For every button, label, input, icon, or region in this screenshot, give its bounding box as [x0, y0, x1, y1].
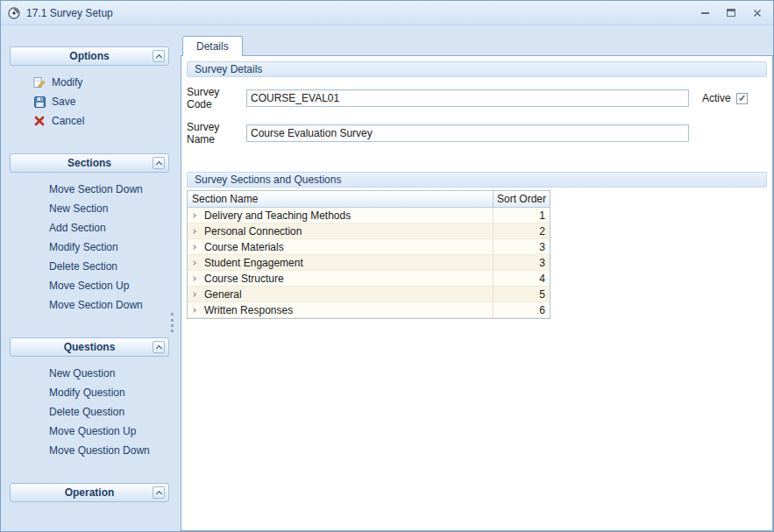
panel-sections: Sections Move Section Down New Section A… [10, 153, 169, 323]
collapse-sections-button[interactable] [153, 157, 165, 169]
panel-operation: Operation [10, 483, 169, 502]
table-row[interactable]: Delivery and Teaching Methods 1 [188, 208, 550, 223]
cancel-button[interactable]: Cancel [10, 111, 169, 131]
active-checkbox[interactable] [736, 93, 748, 104]
sections-questions-header: Survey Sections and Questions [187, 172, 767, 188]
table-row[interactable]: Written Responses 6 [188, 302, 550, 318]
sidebar-item-modify-section[interactable]: Modify Section [10, 238, 169, 257]
app-window: 17.1 Survey Setup Options [0, 0, 774, 532]
sidebar-item-move-question-down[interactable]: Move Question Down [10, 441, 169, 460]
sidebar-item-move-section-down[interactable]: Move Section Down [10, 180, 169, 199]
expand-icon[interactable] [192, 245, 204, 249]
sidebar-item-move-section-down-2[interactable]: Move Section Down [10, 295, 169, 315]
survey-code-label: Survey Code [187, 86, 246, 110]
section-name-cell: Course Materials [204, 241, 284, 253]
panel-operation-header[interactable]: Operation [10, 483, 169, 502]
survey-code-row: Survey Code Active [187, 86, 767, 110]
close-button[interactable] [749, 6, 766, 19]
section-name-cell: General [204, 288, 242, 301]
panel-options: Options Modify [10, 46, 169, 139]
check-icon [739, 94, 745, 100]
modify-label: Modify [52, 76, 82, 89]
minimize-button[interactable] [696, 6, 714, 19]
chevron-up-icon [155, 491, 161, 497]
panel-title: Options [69, 50, 109, 62]
sort-order-cell: 3 [494, 239, 550, 254]
survey-code-input[interactable] [246, 89, 689, 107]
table-row[interactable]: General 5 [188, 287, 550, 302]
close-icon [753, 9, 762, 18]
panel-options-header[interactable]: Options [10, 46, 169, 66]
chevron-up-icon [155, 345, 161, 351]
collapse-operation-button[interactable] [153, 486, 165, 499]
sort-order-cell: 4 [494, 271, 550, 286]
expand-icon[interactable] [192, 230, 204, 233]
sidebar-item-delete-section[interactable]: Delete Section [10, 257, 169, 276]
section-name-cell: Student Engagement [204, 257, 303, 269]
modify-button[interactable]: Modify [10, 73, 169, 92]
survey-name-row: Survey Name [187, 121, 767, 145]
survey-details-header: Survey Details [187, 61, 767, 77]
sidebar-item-move-section-up[interactable]: Move Section Up [10, 276, 169, 295]
sections-grid: Section Name Sort Order Delivery and Tea… [187, 190, 550, 319]
sort-order-cell: 6 [494, 302, 550, 317]
table-row[interactable]: Course Structure 4 [188, 271, 550, 287]
survey-name-input[interactable] [246, 124, 689, 142]
window-controls [687, 6, 766, 19]
sidebar-item-new-question[interactable]: New Question [10, 364, 169, 383]
window-body: Options Modify [1, 25, 773, 531]
cancel-icon [33, 115, 46, 127]
section-name-cell: Personal Connection [204, 225, 302, 238]
expand-icon[interactable] [192, 277, 204, 280]
survey-name-label: Survey Name [187, 121, 246, 145]
collapse-questions-button[interactable] [153, 341, 165, 353]
collapse-options-button[interactable] [153, 50, 165, 62]
expand-icon[interactable] [192, 309, 204, 312]
maximize-button[interactable] [722, 6, 740, 19]
details-panel: Survey Details Survey Code Active Survey… [181, 55, 773, 531]
table-row[interactable]: Personal Connection 2 [188, 223, 550, 239]
active-label: Active [702, 92, 731, 104]
save-label: Save [52, 96, 75, 108]
expand-icon[interactable] [192, 261, 204, 265]
column-header-section-name[interactable]: Section Name [188, 191, 494, 207]
table-row[interactable]: Student Engagement 3 [188, 255, 550, 271]
sidebar-item-move-question-up[interactable]: Move Question Up [10, 422, 169, 441]
maximize-icon [727, 9, 735, 17]
panel-questions: Questions New Question Modify Question D… [10, 337, 169, 469]
chevron-up-icon [155, 161, 161, 167]
section-name-cell: Course Structure [204, 273, 284, 285]
sort-order-cell: 1 [494, 208, 550, 223]
expand-icon[interactable] [192, 293, 204, 296]
titlebar: 17.1 Survey Setup [1, 1, 773, 25]
sidebar-item-modify-question[interactable]: Modify Question [10, 383, 169, 402]
sidebar-item-add-section[interactable]: Add Section [10, 218, 169, 238]
grid-header: Section Name Sort Order [188, 191, 550, 208]
panel-sections-header[interactable]: Sections [10, 153, 169, 173]
modify-icon [33, 76, 46, 89]
chevron-up-icon [155, 54, 161, 60]
sidebar-item-new-section[interactable]: New Section [10, 199, 169, 218]
window-title: 17.1 Survey Setup [26, 7, 113, 19]
column-header-sort-order[interactable]: Sort Order [494, 191, 550, 207]
sort-order-cell: 2 [494, 223, 550, 238]
save-icon [33, 96, 46, 108]
tab-strip: Details [181, 36, 773, 55]
save-button[interactable]: Save [10, 92, 169, 111]
expand-icon[interactable] [192, 214, 204, 217]
table-row[interactable]: Course Materials 3 [188, 239, 550, 255]
grid-rows: Delivery and Teaching Methods 1 Personal… [188, 208, 550, 318]
sidebar-item-delete-question[interactable]: Delete Question [10, 402, 169, 422]
section-name-cell: Delivery and Teaching Methods [204, 209, 351, 222]
panel-title: Questions [64, 341, 116, 353]
minimize-icon [701, 12, 709, 14]
section-name-cell: Written Responses [204, 304, 293, 316]
sort-order-cell: 3 [494, 255, 550, 270]
panel-title: Sections [67, 157, 111, 169]
panel-questions-header[interactable]: Questions [10, 337, 169, 357]
tab-details[interactable]: Details [182, 36, 243, 56]
sidebar: Options Modify [10, 36, 169, 531]
sort-order-cell: 5 [494, 287, 550, 301]
splitter-handle[interactable] [171, 313, 174, 332]
main-area: Details Survey Details Survey Code Activ… [181, 36, 773, 531]
